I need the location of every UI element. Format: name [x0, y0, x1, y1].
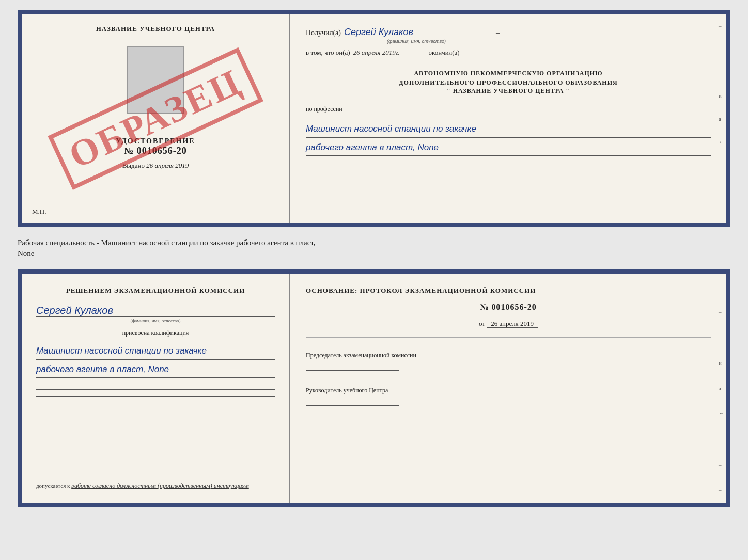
vydano-line: Выдано 26 апреля 2019 — [122, 162, 189, 170]
poluchil-hint: (фамилия, имя, отчество) — [387, 39, 446, 44]
bottom-document: Решением экзаменационной комиссии Сергей… — [18, 269, 730, 507]
profession-line1: Машинист насосной станции по закачке — [306, 121, 711, 138]
komissia-name: Сергей Кулаков — [36, 305, 275, 317]
vydano-date: 26 апреля 2019 — [146, 162, 189, 169]
ot-label: от — [479, 319, 485, 327]
poluchil-line: Получил(а) Сергей Кулаков (фамилия, имя,… — [306, 27, 711, 38]
poluchil-name: Сергей Кулаков (фамилия, имя, отчество) — [344, 27, 489, 38]
udostoverenie-number: № 0010656-20 — [116, 146, 195, 156]
udostoverenie-block: УДОСТОВЕРЕНИЕ № 0010656-20 — [116, 137, 195, 156]
extra-lines — [36, 386, 275, 400]
komissia-name-container: Сергей Кулаков (фамилия, имя, отчество) — [36, 305, 275, 323]
top-doc-title: НАЗВАНИЕ УЧЕБНОГО ЦЕНТРА — [96, 25, 215, 33]
top-doc-right: Получил(а) Сергей Кулаков (фамилия, имя,… — [290, 14, 726, 223]
kval-block: Машинист насосной станции по закачке раб… — [36, 341, 275, 378]
dopuskaetsya-text: работе согласно должностным (производств… — [71, 482, 249, 489]
profession-line2: рабочего агента в пласт, None — [306, 140, 711, 156]
vydano-label: Выдано — [122, 162, 145, 169]
org-line2: ДОПОЛНИТЕЛЬНОГО ПРОФЕССИОНАЛЬНОГО ОБРАЗО… — [306, 78, 711, 87]
photo-area — [127, 46, 184, 114]
poluchil-label: Получил(а) — [306, 29, 341, 37]
v-tom-label: в том, что он(а) — [306, 49, 350, 57]
kval-line2: рабочего агента в пласт, None — [36, 362, 275, 378]
divider-line — [306, 337, 711, 338]
okonchil-label: окончил(а) — [429, 49, 460, 57]
predsedatel-block: Председатель экзаменационной комиссии — [306, 351, 711, 371]
side-marks-bottom: – – – и а ← – – – — [719, 274, 724, 503]
org-block: АВТОНОМНУЮ НЕКОММЕРЧЕСКУЮ ОРГАНИЗАЦИЮ ДО… — [306, 69, 711, 95]
rukovoditel-block: Руководитель учебного Центра — [306, 386, 711, 406]
mp-line: М.П. — [32, 207, 46, 216]
dash1: – — [496, 29, 500, 37]
line1 — [36, 389, 275, 390]
komissia-hint: (фамилия, имя, отчество) — [36, 318, 275, 323]
protocol-date: 26 апреля 2019 — [487, 319, 538, 328]
line3 — [36, 396, 275, 397]
predsedatel-signature-line — [306, 370, 399, 371]
kval-line1: Машинист насосной станции по закачке — [36, 343, 275, 360]
po-professii-label: по профессии — [306, 105, 711, 113]
v-tom-date: 26 апреля 2019г. — [353, 49, 426, 57]
rukovoditel-signature-line — [306, 405, 399, 406]
org-line1: АВТОНОМНУЮ НЕКОММЕРЧЕСКУЮ ОРГАНИЗАЦИЮ — [306, 69, 711, 78]
ot-date: от 26 апреля 2019 — [306, 319, 711, 328]
profession-block: Машинист насосной станции по закачке раб… — [306, 119, 711, 156]
side-marks-top: – – – и а ← – – – — [719, 14, 724, 223]
dopuskaetsya-block: допускается к работе согласно должностны… — [36, 482, 284, 492]
dopuskaetsya-label: допускается к — [36, 483, 70, 489]
line2 — [36, 393, 275, 393]
bottom-doc-left: Решением экзаменационной комиссии Сергей… — [22, 274, 290, 503]
org-quote: " НАЗВАНИЕ УЧЕБНОГО ЦЕНТРА " — [306, 87, 711, 95]
top-doc-left: НАЗВАНИЕ УЧЕБНОГО ЦЕНТРА ОБРАЗЕЦ УДОСТОВ… — [22, 14, 290, 223]
bottom-doc-right: Основание: протокол экзаменационной коми… — [290, 274, 726, 503]
prisvoyena-label: присвоена квалификация — [36, 329, 275, 337]
osnovanie-text: Основание: протокол экзаменационной коми… — [306, 286, 711, 295]
rukovoditel-text: Руководитель учебного Центра — [306, 386, 711, 395]
v-tom-line: в том, что он(а) 26 апреля 2019г. окончи… — [306, 49, 711, 57]
udostoverenie-title: УДОСТОВЕРЕНИЕ — [116, 137, 195, 146]
protocol-number: № 0010656-20 — [457, 302, 560, 312]
resheniem-text: Решением экзаменационной комиссии — [36, 286, 275, 295]
description-text: Рабочая специальность - Машинист насосно… — [18, 235, 730, 261]
top-document: НАЗВАНИЕ УЧЕБНОГО ЦЕНТРА ОБРАЗЕЦ УДОСТОВ… — [18, 10, 730, 227]
predsedatel-text: Председатель экзаменационной комиссии — [306, 351, 711, 360]
dopuskaetsya-underline — [36, 492, 284, 492]
